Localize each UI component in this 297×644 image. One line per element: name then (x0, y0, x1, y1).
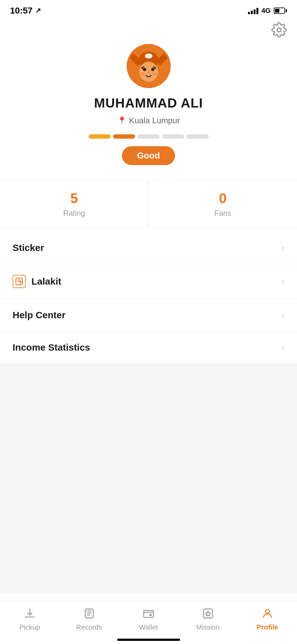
nav-item-pickup[interactable]: Pickup (9, 608, 50, 631)
menu-item-income-left: Income Statistics (13, 342, 90, 353)
menu-item-sticker-left: Sticker (13, 242, 44, 253)
rating-seg-2 (113, 134, 135, 139)
records-label: Records (76, 623, 102, 631)
svg-point-13 (153, 72, 157, 75)
svg-rect-16 (85, 609, 93, 618)
time-label: 10:57 (10, 6, 33, 16)
menu-item-income-statistics[interactable]: Income Statistics › (0, 331, 297, 364)
nav-item-records[interactable]: Records (69, 608, 110, 631)
sticker-label: Sticker (13, 242, 44, 253)
pickup-icon (24, 608, 36, 621)
nav-item-wallet[interactable]: Wallet (128, 608, 169, 631)
svg-point-7 (145, 53, 152, 58)
location-row: 📍 Kuala Lumpur (117, 116, 180, 125)
pickup-label: Pickup (19, 623, 40, 631)
svg-point-0 (277, 28, 281, 32)
menu-item-help-left: Help Center (13, 310, 65, 320)
lalakit-chevron-icon: › (282, 276, 284, 286)
rating-stat: 5 Rating (0, 181, 149, 227)
svg-rect-17 (144, 611, 154, 618)
nav-item-profile[interactable]: Profile (247, 608, 288, 631)
mission-icon (202, 608, 214, 621)
menu-item-lalakit[interactable]: Lalakit › (0, 264, 297, 299)
fans-text: Fans (214, 209, 231, 218)
mission-label: Mission (196, 623, 220, 631)
records-icon (83, 608, 95, 621)
profile-section: MUHAMMAD ALI 📍 Kuala Lumpur Good (0, 38, 297, 175)
status-time: 10:57 ↗ (10, 6, 41, 16)
settings-container (0, 19, 297, 38)
network-label: 4G (261, 7, 271, 15)
svg-point-18 (150, 614, 151, 616)
rating-seg-1 (89, 134, 111, 139)
rating-seg-4 (162, 134, 184, 139)
wallet-label: Wallet (139, 623, 158, 631)
stats-row: 5 Rating 0 Fans (0, 181, 297, 227)
profile-label: Profile (256, 623, 278, 631)
gray-area (0, 364, 297, 594)
battery-icon (274, 8, 287, 14)
signal-icon (248, 7, 258, 14)
rating-bar (89, 134, 209, 139)
status-bar: 10:57 ↗ 4G (0, 0, 297, 19)
svg-point-12 (140, 72, 145, 75)
user-name: MUHAMMAD ALI (94, 96, 203, 111)
help-chevron-icon: › (282, 310, 284, 320)
svg-rect-19 (203, 609, 212, 618)
menu-item-help-center[interactable]: Help Center › (0, 299, 297, 331)
rating-badge: Good (122, 146, 175, 165)
location-label: Kuala Lumpur (129, 116, 180, 125)
location-pin-icon: 📍 (117, 116, 127, 125)
rating-seg-5 (187, 134, 209, 139)
fans-value: 0 (219, 191, 227, 206)
sticker-chevron-icon: › (282, 243, 284, 253)
menu-item-sticker[interactable]: Sticker › (0, 232, 297, 264)
help-center-label: Help Center (13, 310, 65, 320)
income-statistics-label: Income Statistics (13, 342, 90, 353)
svg-point-20 (265, 609, 269, 613)
profile-icon (261, 608, 273, 621)
avatar (127, 44, 171, 88)
menu-item-lalakit-left: Lalakit (13, 275, 61, 288)
status-right: 4G (248, 7, 287, 15)
menu-section: Sticker › Lalakit › (0, 232, 297, 364)
svg-point-9 (143, 68, 146, 71)
svg-point-10 (151, 68, 154, 71)
svg-point-11 (147, 71, 150, 73)
location-arrow-icon: ↗ (35, 7, 41, 15)
rating-text: Rating (63, 209, 85, 218)
settings-button[interactable] (271, 22, 287, 38)
bottom-nav: Pickup Records Wallet Mission (0, 601, 297, 644)
lalakit-icon (13, 275, 26, 288)
income-chevron-icon: › (282, 342, 284, 353)
rating-value: 5 (70, 191, 78, 206)
nav-item-mission[interactable]: Mission (188, 608, 228, 631)
home-indicator (117, 639, 180, 641)
lalakit-label: Lalakit (31, 276, 61, 287)
wallet-icon (143, 608, 155, 621)
rating-seg-3 (138, 134, 160, 139)
fans-stat: 0 Fans (149, 181, 297, 227)
